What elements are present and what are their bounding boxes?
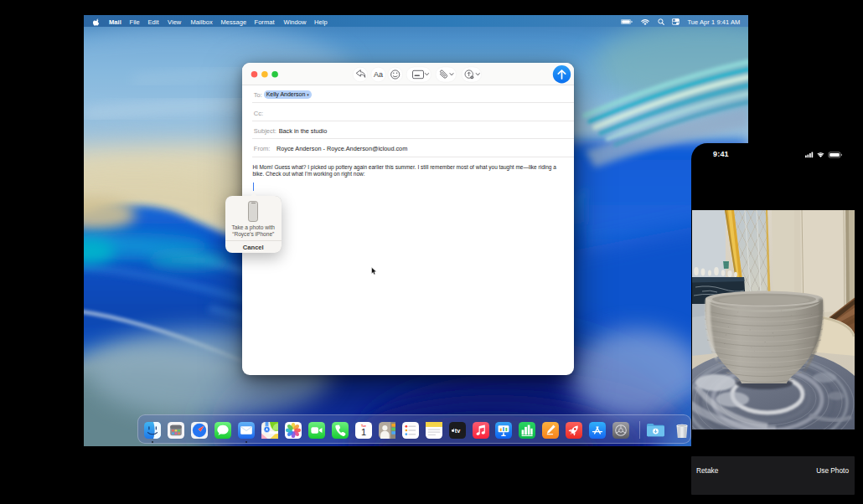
svg-text:Aa: Aa: [373, 70, 382, 79]
svg-text:tv: tv: [454, 427, 460, 435]
svg-text:1: 1: [361, 427, 366, 437]
